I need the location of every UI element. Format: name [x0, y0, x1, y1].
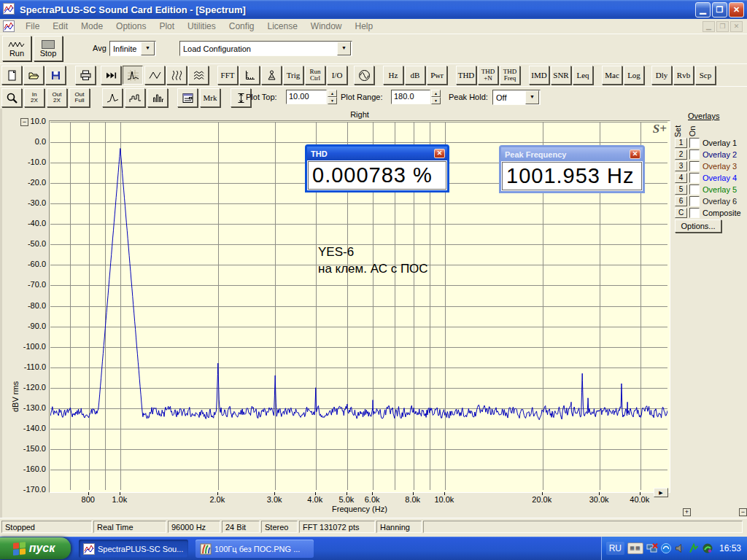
spin-down-icon[interactable]: ▼: [328, 97, 337, 104]
fast-process-button[interactable]: [101, 66, 121, 85]
menu-utilities[interactable]: Utilities: [181, 20, 222, 33]
chevron-down-icon[interactable]: ▼: [525, 90, 539, 104]
close-icon[interactable]: ✕: [434, 149, 445, 158]
overlay-set-button-C[interactable]: C: [675, 208, 687, 218]
messenger-icon[interactable]: [660, 542, 672, 554]
run-button[interactable]: Run: [2, 36, 31, 61]
mdi-document-icon[interactable]: [3, 20, 15, 32]
pwr-button[interactable]: Pwr: [427, 66, 447, 85]
language-indicator[interactable]: RU: [606, 542, 624, 555]
print-button[interactable]: [75, 66, 96, 85]
menu-config[interactable]: Config: [222, 20, 261, 33]
menu-plot[interactable]: Plot: [152, 20, 181, 33]
overlay-on-checkbox-2[interactable]: [689, 149, 700, 160]
thd-n-button[interactable]: THD+N: [478, 66, 498, 85]
close-icon[interactable]: ✕: [630, 149, 640, 159]
menu-file[interactable]: File: [19, 20, 46, 33]
line-plot-style-button[interactable]: [102, 88, 123, 107]
spin-up-icon[interactable]: ▲: [328, 90, 337, 97]
thd-freq-button[interactable]: THDFreq: [500, 66, 520, 85]
overlay-on-checkbox-3[interactable]: [689, 161, 700, 171]
reverb-button[interactable]: Rvb: [673, 66, 694, 85]
time-series-view-button[interactable]: [144, 66, 165, 85]
save-button[interactable]: [45, 66, 66, 85]
marker-button[interactable]: Mrk: [200, 88, 220, 107]
menu-help[interactable]: Help: [349, 20, 380, 33]
keyboard-icon[interactable]: ▦▦: [627, 542, 643, 554]
overlay-set-button-5[interactable]: 5: [675, 184, 687, 195]
spectrogram-view-button[interactable]: [166, 66, 187, 85]
zoom-in-2x-button[interactable]: In2X: [24, 88, 44, 107]
close-button[interactable]: ✕: [729, 2, 744, 18]
overlay-on-checkbox-1[interactable]: [689, 138, 700, 148]
plot-top-input[interactable]: 10.00: [286, 90, 327, 104]
minimize-button[interactable]: ▁: [695, 2, 711, 18]
run-control-button[interactable]: RunCtrl: [305, 66, 325, 85]
display-options-button[interactable]: [177, 88, 198, 107]
calibration-button[interactable]: [261, 66, 282, 85]
logging-button[interactable]: Log: [624, 66, 644, 85]
peak-frequency-window[interactable]: Peak Frequency ✕ 1001.953 Hz: [499, 145, 645, 193]
overlay-set-button-2[interactable]: 2: [675, 149, 687, 160]
hz-button[interactable]: Hz: [383, 66, 403, 85]
restore-button[interactable]: ❐: [712, 2, 727, 18]
spin-up-icon[interactable]: ▲: [431, 90, 441, 97]
menu-options[interactable]: Options: [109, 20, 152, 33]
taskbar-task-1[interactable]: SpectraPLUS-SC Sou...: [79, 540, 188, 558]
network-offline-icon[interactable]: [646, 542, 658, 554]
overlay-options-button[interactable]: Options...: [675, 219, 721, 233]
spin-down-icon[interactable]: ▼: [431, 97, 441, 104]
overlay-set-button-6[interactable]: 6: [675, 196, 687, 206]
overlay-set-button-1[interactable]: 1: [675, 138, 687, 148]
scaling-button[interactable]: [239, 66, 260, 85]
overlay-on-checkbox-5[interactable]: [689, 184, 700, 195]
surface-view-button[interactable]: [188, 66, 209, 85]
signal-generator-button[interactable]: [354, 66, 374, 85]
menu-edit[interactable]: Edit: [46, 20, 74, 33]
overlay-on-checkbox-6[interactable]: [689, 196, 700, 206]
thd-window-titlebar[interactable]: THD ✕: [307, 147, 447, 160]
overlay-set-button-4[interactable]: 4: [675, 173, 687, 183]
io-button[interactable]: I/O: [327, 66, 347, 85]
snr-button[interactable]: SNR: [551, 66, 571, 85]
new-file-button[interactable]: [1, 66, 22, 85]
overlay-on-checkbox-C[interactable]: [689, 208, 700, 218]
scroll-right-button[interactable]: ▶: [654, 488, 668, 497]
spectrum-view-button[interactable]: [123, 66, 143, 85]
volume-icon[interactable]: [674, 542, 686, 554]
db-button[interactable]: dB: [405, 66, 425, 85]
download-icon[interactable]: [688, 542, 700, 554]
fft-settings-button[interactable]: FFT: [217, 66, 238, 85]
overlay-on-checkbox-4[interactable]: [689, 173, 700, 183]
thd-readout-window[interactable]: THD ✕ 0.000783 %: [305, 144, 449, 192]
open-button[interactable]: [23, 66, 44, 85]
zoom-button[interactable]: [1, 88, 22, 107]
macro-button[interactable]: Mac: [602, 66, 622, 85]
menu-window[interactable]: Window: [304, 20, 349, 33]
overlay-set-button-3[interactable]: 3: [675, 161, 687, 171]
avg-select[interactable]: Infinite ▼: [109, 41, 156, 56]
step-plot-style-button[interactable]: [125, 88, 145, 107]
peak-hold-select[interactable]: Off ▼: [492, 90, 541, 105]
thd-button[interactable]: THD: [456, 66, 476, 85]
zoom-out-2x-button[interactable]: Out2X: [47, 88, 67, 107]
taskbar-task-2[interactable]: 100Гц без ПОС.PNG ...: [196, 540, 314, 558]
menu-license[interactable]: License: [260, 20, 303, 33]
config-select[interactable]: Load Configuration ▼: [179, 41, 352, 56]
antivirus-icon[interactable]: [702, 542, 713, 554]
menu-mode[interactable]: Mode: [74, 20, 109, 33]
start-button[interactable]: пуск: [0, 537, 71, 559]
chevron-down-icon[interactable]: ▼: [141, 42, 155, 55]
bar-plot-style-button[interactable]: [147, 88, 168, 107]
plot-top-spinner[interactable]: ▲▼: [328, 90, 337, 104]
trigger-button[interactable]: Trig: [283, 66, 303, 85]
stop-button[interactable]: Stop: [34, 36, 63, 61]
peak-window-titlebar[interactable]: Peak Frequency ✕: [501, 147, 643, 161]
chevron-down-icon[interactable]: ▼: [337, 42, 351, 55]
plot-range-input[interactable]: 180.0: [391, 90, 430, 104]
zoom-out-full-button[interactable]: OutFull: [69, 88, 90, 107]
imd-button[interactable]: IMD: [529, 66, 549, 85]
leq-button[interactable]: Leq: [573, 66, 593, 85]
plot-range-spinner[interactable]: ▲▼: [431, 90, 441, 104]
delay-button[interactable]: Dly: [651, 66, 672, 85]
